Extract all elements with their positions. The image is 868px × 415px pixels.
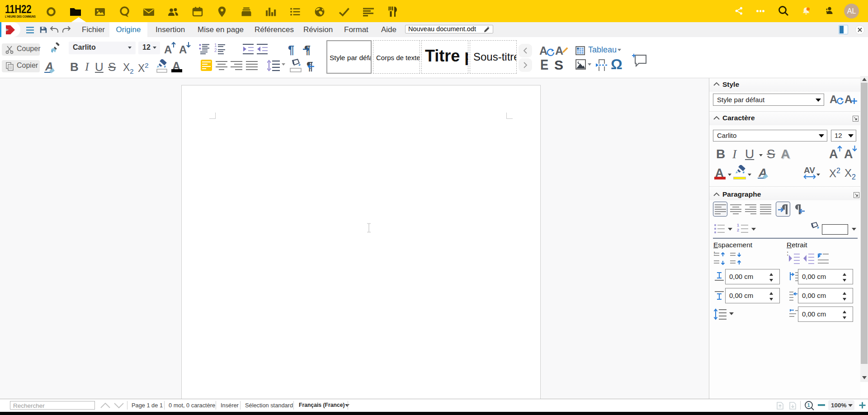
svg-text:1: 1 [737, 223, 739, 227]
svg-text:1: 1 [807, 402, 810, 408]
svg-text:2: 2 [737, 228, 739, 232]
